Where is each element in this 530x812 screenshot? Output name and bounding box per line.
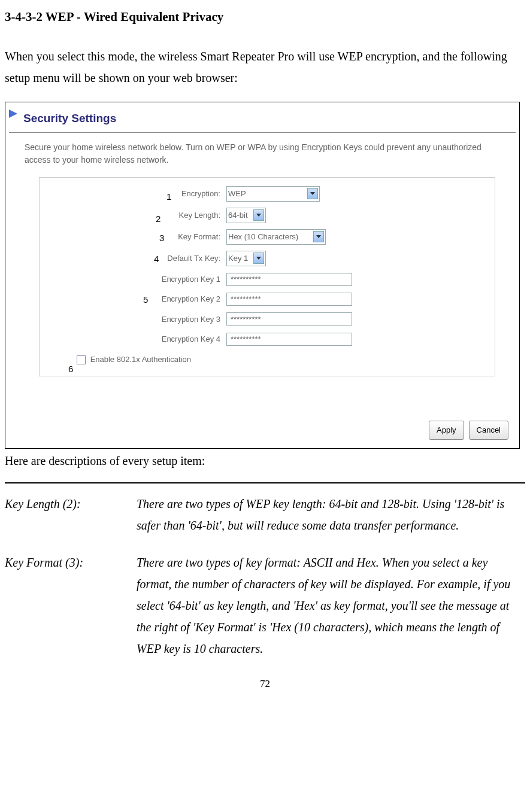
callout-6: 6 xyxy=(68,361,73,377)
button-row: Apply Cancel xyxy=(429,421,508,439)
desc-key-length-text: There are two types of WEP key length: 6… xyxy=(137,493,525,536)
panel-title-text: Security Settings xyxy=(23,112,116,124)
descriptions-intro: Here are descriptions of every setup ite… xyxy=(5,450,525,472)
enable-8021x-label: Enable 802.1x Authentication xyxy=(90,355,191,364)
chevron-down-icon xyxy=(307,188,318,199)
label-encryption: Encryption: xyxy=(47,187,226,200)
screenshot-frame: Security Settings Secure your home wirel… xyxy=(5,102,520,449)
desc-key-length-label: Key Length (2): xyxy=(5,493,137,536)
encryption-select-value: WEP xyxy=(228,187,246,200)
desc-key-length-row: Key Length (2): There are two types of W… xyxy=(5,493,525,536)
key3-input[interactable]: ********** xyxy=(226,312,352,326)
callout-2: 2 xyxy=(156,211,160,227)
label-key1: Encryption Key 1 xyxy=(47,272,226,286)
chevron-down-icon xyxy=(313,231,324,242)
row-key-format: Key Format: Hex (10 Characters) xyxy=(47,229,487,245)
desc-key-format-label: Key Format (3): xyxy=(5,552,137,659)
key2-input[interactable]: ********** xyxy=(226,293,352,306)
chevron-down-icon xyxy=(253,209,264,221)
page-number: 72 xyxy=(5,675,525,694)
key4-value: ********** xyxy=(231,332,261,346)
encryption-select[interactable]: WEP xyxy=(226,186,320,202)
key-format-select[interactable]: Hex (10 Characters) xyxy=(226,229,326,245)
title-arrow-icon xyxy=(9,110,17,118)
label-key-length: Key Length: xyxy=(47,208,226,222)
settings-table: Encryption: WEP Key Length: 64-bit Key F… xyxy=(39,177,495,376)
cancel-button[interactable]: Cancel xyxy=(469,421,508,439)
label-key3: Encryption Key 3 xyxy=(47,312,226,326)
label-key2: Encryption Key 2 xyxy=(47,292,226,306)
row-8021x: Enable 802.1x Authentication xyxy=(77,352,487,366)
row-key4: Encryption Key 4 ********** xyxy=(47,332,487,346)
desc-key-format-row: Key Format (3): There are two types of k… xyxy=(5,552,525,659)
callout-5: 5 xyxy=(143,291,148,308)
row-key1: Encryption Key 1 ********** xyxy=(47,272,487,286)
row-encryption: Encryption: WEP xyxy=(47,186,487,202)
separator-rule xyxy=(5,482,525,483)
row-key3: Encryption Key 3 ********** xyxy=(47,312,487,326)
apply-button[interactable]: Apply xyxy=(429,421,464,439)
label-key4: Encryption Key 4 xyxy=(47,332,226,346)
key1-input[interactable]: ********** xyxy=(226,273,352,286)
key-length-select-value: 64-bit xyxy=(228,208,248,222)
desc-key-format-text: There are two types of key format: ASCII… xyxy=(137,552,525,659)
callout-1: 1 xyxy=(166,188,171,205)
panel-title: Security Settings xyxy=(5,102,519,131)
panel-rule xyxy=(9,132,516,133)
enable-8021x-checkbox[interactable] xyxy=(77,355,86,364)
key2-value: ********** xyxy=(231,292,261,306)
callout-3: 3 xyxy=(159,230,164,246)
chevron-down-icon xyxy=(253,253,264,264)
label-default-tx: Default Tx Key: xyxy=(47,251,226,265)
key1-value: ********** xyxy=(231,272,261,286)
key-length-select[interactable]: 64-bit xyxy=(226,208,266,223)
default-tx-select-value: Key 1 xyxy=(228,251,248,265)
intro-paragraph: When you select this mode, the wireless … xyxy=(5,45,525,89)
panel-description: Secure your home wireless network below.… xyxy=(5,141,519,174)
label-key-format: Key Format: xyxy=(47,230,226,244)
default-tx-select[interactable]: Key 1 xyxy=(226,251,266,266)
section-heading: 3-4-3-2 WEP - Wired Equivalent Privacy xyxy=(5,6,525,29)
row-key-length: Key Length: 64-bit xyxy=(47,208,487,223)
callout-4: 4 xyxy=(154,251,159,267)
row-key2: Encryption Key 2 ********** xyxy=(47,292,487,306)
key-format-select-value: Hex (10 Characters) xyxy=(228,230,298,244)
key4-input[interactable]: ********** xyxy=(226,333,352,346)
row-default-tx: Default Tx Key: Key 1 xyxy=(47,251,487,266)
key3-value: ********** xyxy=(231,312,261,326)
